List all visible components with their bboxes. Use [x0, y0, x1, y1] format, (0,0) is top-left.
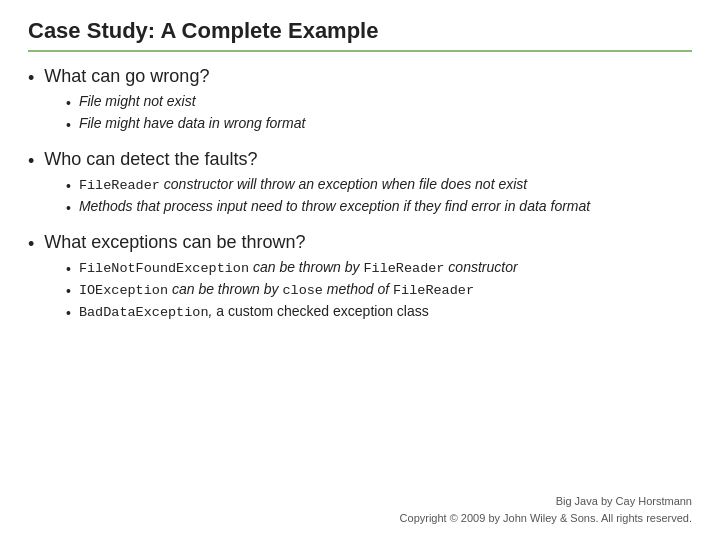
- section-wrong-title: What can go wrong?: [44, 66, 209, 87]
- footer-line2: Copyright © 2009 by John Wiley & Sons. A…: [28, 510, 692, 527]
- sub-bullet-dot: •: [66, 283, 71, 299]
- section-detect-title: Who can detect the faults?: [44, 149, 257, 170]
- sub-bullet-dot: •: [66, 117, 71, 133]
- list-item: • File might not exist: [66, 93, 692, 111]
- list-item: • BadDataException, a custom checked exc…: [66, 303, 692, 321]
- sub-bullet-dot: •: [66, 305, 71, 321]
- sub-bullet-dot: •: [66, 261, 71, 277]
- bullet-dot-2: •: [28, 152, 34, 170]
- footer-line1: Big Java by Cay Horstmann: [28, 493, 692, 510]
- list-item: • FileReader constructor will throw an e…: [66, 176, 692, 194]
- section-exceptions-title: What exceptions can be thrown?: [44, 232, 305, 253]
- section-exceptions-bullets: • FileNotFoundException can be thrown by…: [66, 259, 692, 321]
- section-exceptions-header: • What exceptions can be thrown?: [28, 232, 692, 253]
- bullet-baddataexception: BadDataException, a custom checked excep…: [79, 303, 429, 320]
- section-detect: • Who can detect the faults? • FileReade…: [28, 149, 692, 216]
- section-wrong-bullets: • File might not exist • File might have…: [66, 93, 692, 133]
- bullet-file-not-exist: File might not exist: [79, 93, 196, 109]
- bullet-fnfe: FileNotFoundException can be thrown by F…: [79, 259, 518, 276]
- list-item: • IOException can be thrown by close met…: [66, 281, 692, 299]
- sub-bullet-dot: •: [66, 200, 71, 216]
- slide: Case Study: A Complete Example • What ca…: [0, 0, 720, 540]
- sub-bullet-dot: •: [66, 95, 71, 111]
- list-item: • File might have data in wrong format: [66, 115, 692, 133]
- section-exceptions: • What exceptions can be thrown? • FileN…: [28, 232, 692, 321]
- bullet-wrong-format: File might have data in wrong format: [79, 115, 305, 131]
- footer: Big Java by Cay Horstmann Copyright © 20…: [28, 493, 692, 526]
- title-area: Case Study: A Complete Example: [28, 18, 692, 52]
- list-item: • FileNotFoundException can be thrown by…: [66, 259, 692, 277]
- section-wrong: • What can go wrong? • File might not ex…: [28, 66, 692, 133]
- list-item: • Methods that process input need to thr…: [66, 198, 692, 216]
- content-area: • What can go wrong? • File might not ex…: [28, 66, 692, 483]
- slide-title: Case Study: A Complete Example: [28, 18, 378, 43]
- section-detect-header: • Who can detect the faults?: [28, 149, 692, 170]
- bullet-dot-3: •: [28, 235, 34, 253]
- bullet-ioexception: IOException can be thrown by close metho…: [79, 281, 474, 298]
- bullet-methods-throw: Methods that process input need to throw…: [79, 198, 590, 214]
- bullet-dot-1: •: [28, 69, 34, 87]
- bullet-filereader-throws: FileReader constructor will throw an exc…: [79, 176, 527, 193]
- sub-bullet-dot: •: [66, 178, 71, 194]
- section-detect-bullets: • FileReader constructor will throw an e…: [66, 176, 692, 216]
- section-wrong-header: • What can go wrong?: [28, 66, 692, 87]
